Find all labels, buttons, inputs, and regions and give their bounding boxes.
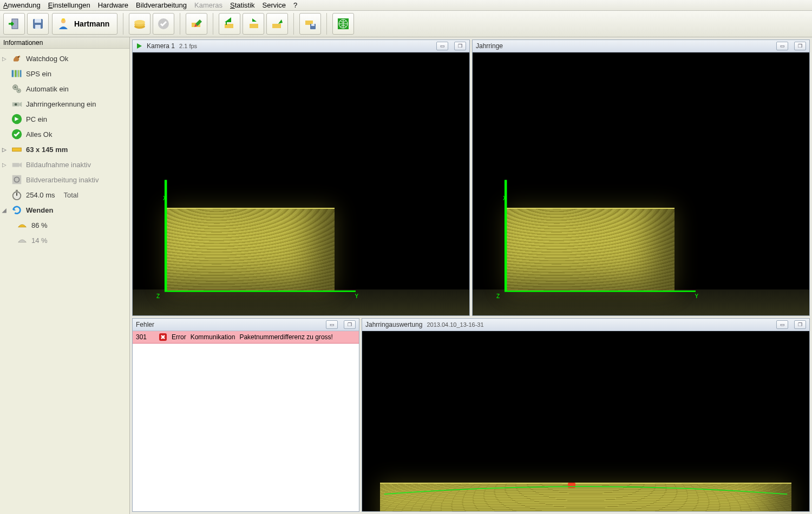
tree-wenden[interactable]: ◢ Wenden [0,202,129,218]
minimize-button[interactable]: ▭ [776,42,788,50]
minimize-button[interactable]: ▭ [326,320,338,329]
expander-icon[interactable]: ▷ [1,55,8,62]
error-code: 301 [136,333,154,341]
svg-rect-3 [35,25,41,29]
dog-icon [11,52,23,64]
info-tree: ▷ Watchdog Ok SPS ein Automatik ein Jahr… [0,49,129,250]
error-message: Paketnummerdifferenz zu gross! [239,333,333,341]
panel-title: Jahrringauswertung [365,321,422,328]
panel-header: Kamera 1 2.1 fps ▭ ❐ [133,40,469,52]
analysis-view[interactable] [362,331,809,511]
menu-help[interactable]: ? [293,1,297,9]
panel-jahrringe: Jahrringe ▭ ❐ X Z Y [472,39,810,316]
tree-label: Watchdog Ok [26,55,68,63]
tb-save-button[interactable] [27,13,49,35]
menu-einstellungen[interactable]: Einstellungen [48,1,90,9]
barcode-icon [11,68,23,80]
panel-header: Fehler ▭ ❐ [133,319,359,331]
svg-point-19 [18,56,19,57]
tb-check-disabled-button[interactable] [153,13,174,35]
user-chip[interactable]: Hartmann [52,13,117,35]
maximize-button[interactable]: ❐ [794,320,806,329]
user-icon [57,17,70,30]
svg-rect-13 [272,24,281,28]
minimize-button[interactable]: ▭ [436,42,448,50]
panel-kamera1: Kamera 1 2.1 fps ▭ ❐ X Z Y [132,39,470,316]
tb-import-button[interactable] [3,13,25,35]
arrow-ok-icon [11,113,23,125]
panel-header: Jahrringauswertung 2013.04.10_13-16-31 ▭… [362,319,809,331]
panel-title: Kamera 1 [147,42,175,50]
tb-arrow-up-button[interactable] [266,13,288,35]
tree-automatik[interactable]: Automatik ein [0,81,129,96]
tree-label: Alles Ok [26,130,52,139]
maximize-button[interactable]: ❐ [794,42,806,50]
tb-edit-board-button[interactable] [186,13,207,35]
menu-service[interactable]: Service [263,1,286,9]
tree-label: PC ein [26,115,47,123]
error-category: Kommunikation [191,333,235,341]
tree-timing[interactable]: 254.0 ms Total [0,187,129,202]
menu-kameras[interactable]: Kameras [194,1,222,9]
error-row[interactable]: 301 Error Kommunikation Paketnummerdiffe… [133,331,359,344]
panel-header: Jahrringe ▭ ❐ [473,40,809,52]
minimize-button[interactable]: ▭ [776,320,788,329]
tree-alles-ok[interactable]: Alles Ok [0,127,129,142]
panel-fehler: Fehler ▭ ❐ 301 Error Kommunikation Paket… [132,318,359,512]
tree-pc[interactable]: PC ein [0,111,129,127]
menu-hardware[interactable]: Hardware [98,1,128,9]
tree-label: Automatik ein [26,85,69,93]
tree-label: 254.0 ms [26,191,55,199]
sidebar: Informationen ▷ Watchdog Ok SPS ein Auto… [0,37,130,514]
expander-icon[interactable]: ▷ [1,146,8,153]
tree-bildverarbeitung[interactable]: Bildverarbeitung inaktiv [0,172,129,187]
maximize-button[interactable]: ❐ [344,320,356,329]
tree-label: 63 x 145 mm [26,146,68,154]
play-icon [136,43,142,49]
error-level: Error [172,333,186,341]
content-area: Kamera 1 2.1 fps ▭ ❐ X Z Y [130,37,812,514]
user-name: Hartmann [74,19,109,28]
svg-point-31 [15,103,17,106]
camera-icon [11,98,23,110]
tb-globe-grid-button[interactable] [332,13,354,35]
tb-arrow-right-button[interactable] [243,13,264,35]
panel-title: Jahrringe [476,42,503,50]
maximize-button[interactable]: ❐ [454,42,466,50]
svg-point-29 [18,90,19,91]
camera-view[interactable]: X Z Y [133,52,469,315]
tree-label: 14 % [31,236,48,245]
svg-point-27 [14,86,16,88]
tree-jahrring[interactable]: Jahrringerkennung ein [0,96,129,111]
panel-extra: 2.1 fps [179,43,197,49]
svg-rect-16 [311,24,315,26]
check-ok-icon [11,128,23,140]
menu-bildverarbeitung[interactable]: Bildverarbeitung [136,1,187,9]
svg-rect-22 [15,70,16,77]
tree-bildaufnahme[interactable]: ▷ Bildaufnahme inaktiv [0,157,129,172]
menu-anwendung[interactable]: AAnwendungnwendung [3,1,41,9]
board-icon [11,143,23,155]
tree-sps[interactable]: SPS ein [0,66,129,81]
svg-rect-23 [17,70,17,77]
tb-arrow-left-button[interactable] [219,13,240,35]
menu-statistik[interactable]: Statistik [230,1,255,9]
tree-label: Bildverarbeitung inaktiv [26,176,99,184]
menubar: AAnwendungnwendung Einstellungen Hardwar… [0,0,812,11]
expander-collapse-icon[interactable]: ◢ [1,207,8,213]
tree-wenden-14[interactable]: 14 % [0,233,129,248]
tree-label: 86 % [31,221,48,229]
svg-rect-25 [20,70,21,77]
error-list[interactable]: 301 Error Kommunikation Paketnummerdiffe… [133,331,359,511]
tree-watchdog[interactable]: ▷ Watchdog Ok [0,51,129,66]
tb-save-board-button[interactable] [299,13,321,35]
svg-rect-35 [12,163,19,167]
svg-rect-12 [250,24,258,28]
expander-icon[interactable]: ▷ [1,161,8,168]
tree-label: Jahrringerkennung ein [26,100,96,108]
tree-wenden-86[interactable]: 86 % [0,218,129,233]
panel-auswertung: Jahrringauswertung 2013.04.10_13-16-31 ▭… [362,318,810,512]
tb-stack-button[interactable] [129,13,150,35]
rings-view[interactable]: X Z Y [473,52,809,315]
tree-dimensions[interactable]: ▷ 63 x 145 mm [0,142,129,157]
